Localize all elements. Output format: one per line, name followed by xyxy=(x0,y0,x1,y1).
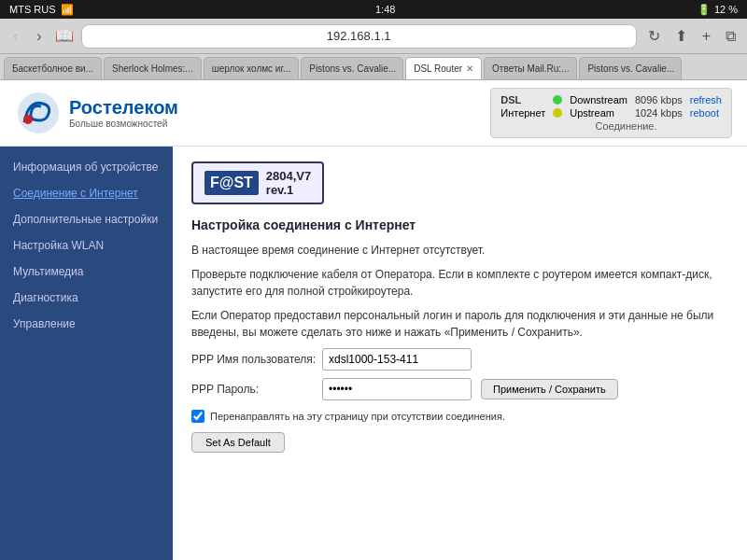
ppp-pass-label: PPP Пароль: xyxy=(191,383,322,396)
carrier-label: MTS RUS xyxy=(9,4,56,15)
refresh-link[interactable]: refresh xyxy=(690,94,722,105)
redirect-checkbox[interactable] xyxy=(191,410,204,423)
tab-label: Pistons vs. Cavalie... xyxy=(309,63,396,74)
info-text-2: Проверьте подключение кабеля от Оператор… xyxy=(191,266,728,300)
sidebar-item-label: Информация об устройстве xyxy=(13,161,159,174)
new-tab-button[interactable]: + xyxy=(698,24,714,49)
rostelecom-logo xyxy=(15,90,62,136)
bookmark-button[interactable]: 📖 xyxy=(55,27,74,45)
tabs-button[interactable]: ⧉ xyxy=(722,24,740,49)
tabs-bar: Баскетболное ви... Sherlock Holmes:... ш… xyxy=(0,54,747,80)
status-left: MTS RUS 📶 xyxy=(9,4,74,16)
sidebar-item-label: Мультимедиа xyxy=(13,265,83,278)
tab-label: шерлок холмс иг... xyxy=(212,63,291,74)
tab-label: Ответы Mail.Ru:... xyxy=(492,63,569,74)
sidebar-item-label: Соединение с Интернет xyxy=(13,187,138,200)
reboot-link[interactable]: reboot xyxy=(690,107,722,119)
ppp-user-row: PPP Имя пользователя: xyxy=(191,348,728,371)
dsl-status-dot xyxy=(553,95,562,105)
browser-content: Ростелеком Больше возможностей DSL Downs… xyxy=(0,80,747,560)
apply-button[interactable]: Применить / Сохранить xyxy=(481,379,618,399)
upstream-label: Upstream xyxy=(570,107,627,119)
battery-icon: 🔋 xyxy=(698,4,711,16)
model-badge: F@ST 2804,V7rev.1 xyxy=(191,161,324,204)
sidebar-item-extra[interactable]: Дополнительные настройки xyxy=(0,206,173,232)
page-title: Настройка соединения с Интернет xyxy=(191,217,728,232)
sidebar-item-internet[interactable]: Соединение с Интернет xyxy=(0,180,173,206)
svg-point-0 xyxy=(18,92,59,133)
tab-pistons2[interactable]: Pistons vs. Cavalie... xyxy=(579,57,682,79)
tab-label: Баскетболное ви... xyxy=(12,63,93,74)
internet-label: Интернет xyxy=(500,107,545,119)
svg-point-1 xyxy=(23,115,33,124)
sidebar-item-diag[interactable]: Диагностика xyxy=(0,285,173,311)
router-header: Ростелеком Больше возможностей DSL Downs… xyxy=(0,80,747,147)
router-body: Информация об устройстве Соединение с Ин… xyxy=(0,147,747,560)
tab-dsl[interactable]: DSL Router ✕ xyxy=(405,57,482,79)
internet-status-dot xyxy=(553,108,562,118)
sidebar-item-label: Дополнительные настройки xyxy=(13,213,158,226)
sidebar: Информация об устройстве Соединение с Ин… xyxy=(0,147,173,560)
ppp-pass-row: PPP Пароль: Применить / Сохранить xyxy=(191,378,728,400)
tab-sherlock-ru[interactable]: шерлок холмс иг... xyxy=(204,57,300,79)
ppp-user-input[interactable] xyxy=(322,348,472,371)
redirect-checkbox-row: Перенаправлять на эту страницу при отсут… xyxy=(191,410,728,423)
info-text-3: Если Оператор предоставил персональный л… xyxy=(191,307,728,341)
back-button[interactable]: ‹ xyxy=(7,24,23,49)
status-right: 🔋 12 % xyxy=(698,4,738,16)
logo-area: Ростелеком Больше возможностей xyxy=(15,90,178,136)
main-content: F@ST 2804,V7rev.1 Настройка соединения с… xyxy=(173,147,747,560)
address-text: 192.168.1.1 xyxy=(327,29,391,43)
sidebar-item-info[interactable]: Информация об устройстве xyxy=(0,154,173,180)
upstream-speed: 1024 kbps xyxy=(635,107,683,119)
wifi-icon: 📶 xyxy=(61,4,74,16)
status-bar: MTS RUS 📶 1:48 🔋 12 % xyxy=(0,0,747,19)
tab-answers[interactable]: Ответы Mail.Ru:... xyxy=(484,57,577,79)
sidebar-item-label: Настройка WLAN xyxy=(13,239,104,252)
sidebar-item-multimedia[interactable]: Мультимедиа xyxy=(0,259,173,285)
battery-level: 12 % xyxy=(714,4,738,15)
sidebar-item-label: Диагностика xyxy=(13,291,78,304)
set-default-button[interactable]: Set As Default xyxy=(191,432,285,453)
dsl-panel: DSL Downstream 8096 kbps refresh Интерне… xyxy=(490,88,732,138)
fat-label: F@ST xyxy=(204,171,259,195)
ppp-user-label: PPP Имя пользователя: xyxy=(191,353,322,366)
sidebar-item-label: Управление xyxy=(13,317,76,330)
share-button[interactable]: ⬆ xyxy=(671,23,691,49)
model-name: 2804,V7rev.1 xyxy=(266,169,311,197)
logo-text: Ростелеком Больше возможностей xyxy=(69,97,178,129)
model-badge-inner: F@ST 2804,V7rev.1 xyxy=(204,169,311,197)
router-page: Ростелеком Больше возможностей DSL Downs… xyxy=(0,80,747,560)
sidebar-item-manage[interactable]: Управление xyxy=(0,311,173,337)
downstream-label: Downstream xyxy=(570,94,627,105)
tab-label: Pistons vs. Cavalie... xyxy=(587,63,674,74)
dsl-label: DSL xyxy=(500,94,545,105)
close-icon[interactable]: ✕ xyxy=(466,63,473,74)
tab-label: DSL Router xyxy=(414,63,462,74)
refresh-button[interactable]: ↻ xyxy=(644,23,664,49)
sidebar-item-wlan[interactable]: Настройка WLAN xyxy=(0,232,173,259)
ppp-pass-input[interactable] xyxy=(322,378,472,400)
tab-sherlock[interactable]: Sherlock Holmes:... xyxy=(104,57,202,79)
tab-label: Sherlock Holmes:... xyxy=(112,63,193,74)
forward-button[interactable]: › xyxy=(31,24,47,49)
info-text-1: В настоящее время соединение с Интернет … xyxy=(191,242,728,259)
logo-sub-text: Больше возможностей xyxy=(69,119,178,129)
logo-main-text: Ростелеком xyxy=(69,97,178,119)
downstream-speed: 8096 kbps xyxy=(635,94,683,105)
tab-pistons1[interactable]: Pistons vs. Cavalie... xyxy=(301,57,403,79)
redirect-label: Перенаправлять на эту страницу при отсут… xyxy=(210,411,505,422)
status-time: 1:48 xyxy=(375,4,395,15)
connection-label: Соединение. xyxy=(570,120,683,132)
tab-basketball[interactable]: Баскетболное ви... xyxy=(4,57,102,79)
address-bar[interactable]: 192.168.1.1 xyxy=(81,24,637,49)
browser-toolbar: ‹ › 📖 192.168.1.1 ↻ ⬆ + ⧉ xyxy=(0,19,747,54)
